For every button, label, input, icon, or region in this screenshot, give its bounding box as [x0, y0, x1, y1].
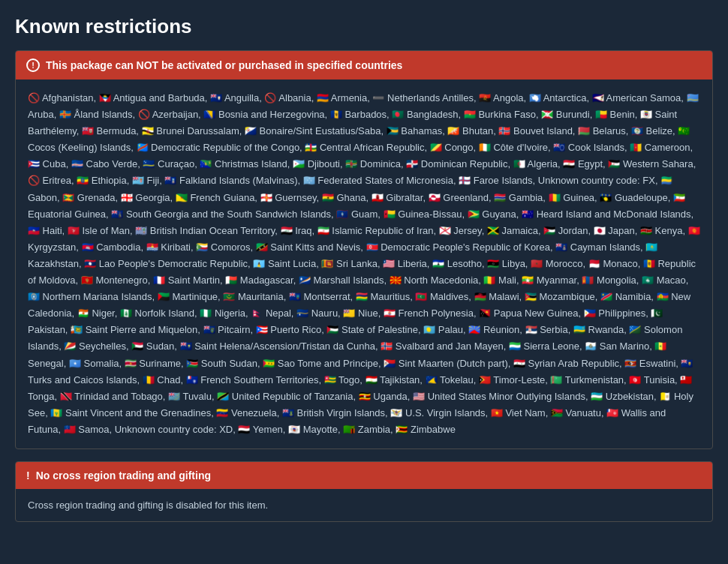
- warning-icon-2: !: [26, 470, 30, 482]
- cannot-activate-label: This package can NOT be activated or pur…: [46, 59, 402, 71]
- countries-list: 🚫 Afghanistan, 🇦🇬 Antigua and Barbuda, 🇦…: [16, 80, 712, 448]
- warning-icon: !: [26, 58, 40, 72]
- no-cross-region-label: No cross region trading and gifting: [36, 470, 211, 482]
- cannot-activate-box: ! This package can NOT be activated or p…: [15, 50, 713, 449]
- cannot-activate-header: ! This package can NOT be activated or p…: [16, 51, 712, 80]
- page-title: Known restrictions: [15, 15, 713, 38]
- no-cross-region-body: Cross region trading and gifting is disa…: [16, 489, 712, 521]
- no-cross-region-box: ! No cross region trading and gifting Cr…: [15, 461, 713, 522]
- no-cross-region-header: ! No cross region trading and gifting: [16, 462, 712, 489]
